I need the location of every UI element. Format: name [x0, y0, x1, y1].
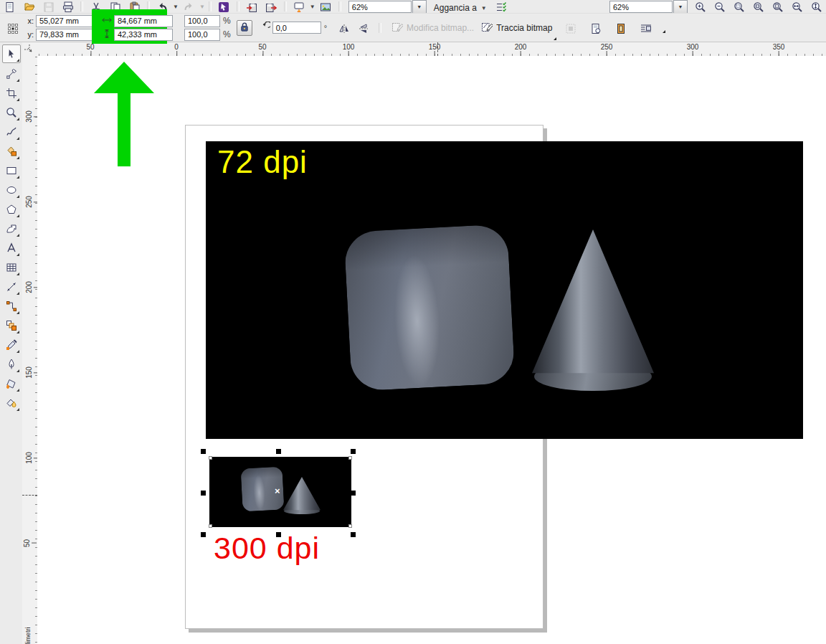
zoom-selected-button[interactable] [729, 0, 749, 13]
outline-pen-tool-icon [6, 359, 17, 370]
shape-tool[interactable] [3, 65, 20, 82]
fill-tool[interactable] [3, 375, 20, 392]
export-button[interactable] [262, 0, 281, 13]
polygon-tool[interactable] [3, 201, 20, 218]
corner-node[interactable] [209, 456, 212, 460]
open-icon [24, 1, 35, 13]
object-width-field[interactable]: 84,667 mm [114, 15, 173, 27]
smart-fill-tool[interactable] [3, 143, 20, 160]
application-launcher-dropdown-caret[interactable]: ▼ [310, 4, 315, 10]
lock-ratio-button[interactable] [237, 20, 252, 36]
basic-shapes-tool[interactable] [3, 220, 20, 237]
bitmap-72dpi[interactable]: 72 dpi [206, 141, 803, 439]
ruler-cursor-marker [22, 495, 37, 496]
eyedropper-tool[interactable] [3, 336, 20, 354]
vruler-label: 100 [25, 452, 33, 464]
corner-node[interactable] [348, 524, 352, 528]
x-position-field[interactable]: 55,027 mm [36, 15, 93, 27]
hruler-label: 200 [515, 43, 527, 51]
zoom-levels-value[interactable]: 62% [348, 1, 412, 13]
options-checklist-icon[interactable] [492, 0, 511, 13]
welcome-screen-button[interactable] [316, 0, 336, 13]
zoom-page-button[interactable] [768, 0, 787, 13]
snap-to-dropdown[interactable]: Aggancia a ▼ [434, 3, 488, 13]
object-height-field[interactable]: 42,333 mm [114, 29, 173, 41]
dimension-tool[interactable] [3, 278, 20, 295]
zoom-page-width-button[interactable] [787, 0, 807, 13]
corner-node[interactable] [348, 456, 352, 460]
zoom-toolbar-value[interactable]: 62% [609, 1, 673, 13]
bitmap-resolution-button[interactable] [586, 22, 605, 34]
ruler-origin[interactable] [22, 42, 37, 56]
undo-dropdown-caret[interactable]: ▼ [173, 4, 179, 10]
zoom-page-height-button[interactable] [807, 0, 826, 13]
horizontal-ruler[interactable]: 50050100150200250300350 [37, 42, 826, 57]
blend-tool[interactable] [3, 317, 20, 334]
rectangle-tool[interactable] [3, 162, 20, 179]
position-group: x: 55,027 mm y: 79,833 mm [25, 15, 93, 41]
selection-handle-middle-right[interactable] [351, 491, 356, 496]
open-button[interactable] [19, 0, 39, 13]
vruler-label: 50 [23, 539, 31, 547]
trace-bitmap-label: Traccia bitmap [496, 23, 552, 33]
trace-bitmap-flyout-arrow[interactable] [554, 37, 556, 40]
text-tool[interactable] [3, 240, 20, 257]
trace-bitmap-button[interactable]: Traccia bitmap [481, 20, 552, 36]
bitmap-frame-icon [615, 23, 627, 34]
table-tool-icon [6, 262, 17, 273]
crop-tool-icon [6, 87, 17, 99]
bitmap-300dpi-selected[interactable]: × [209, 457, 351, 527]
zoom-levels-combo[interactable]: 62% ▼ [348, 1, 427, 13]
selection-handle-middle-left[interactable] [201, 491, 206, 496]
wrap-text-flyout-arrow[interactable] [663, 30, 665, 33]
outline-pen-tool[interactable] [3, 356, 20, 373]
zoom-out-button[interactable] [710, 0, 729, 13]
selection-handle-top-right[interactable] [351, 449, 356, 454]
print-button[interactable] [58, 0, 77, 13]
object-origin-icon[interactable] [3, 22, 22, 34]
connector-tool[interactable] [3, 298, 20, 315]
selection-center-marker[interactable]: × [275, 486, 280, 496]
pick-tool[interactable] [2, 44, 21, 63]
search-cursor-button[interactable] [214, 0, 234, 13]
freehand-tool[interactable] [3, 123, 20, 141]
redo-button [179, 0, 199, 13]
interactive-fill-tool[interactable] [3, 394, 20, 412]
y-position-field[interactable]: 79,833 mm [36, 29, 93, 41]
mirror-horizontal-icon[interactable] [334, 22, 353, 34]
selection-handle-top-left[interactable] [201, 449, 206, 454]
height-arrow-icon [102, 29, 114, 40]
zoom-all-objects-icon [753, 1, 764, 13]
scale-h-field[interactable]: 100,0 [184, 15, 220, 27]
zoom-all-objects-button[interactable] [749, 0, 768, 13]
table-tool[interactable] [3, 259, 20, 276]
zoom-tool-icon [6, 107, 17, 118]
vertical-ruler[interactable]: millimetri 30025020015010050 [22, 56, 38, 644]
corner-node[interactable] [209, 524, 212, 528]
connector-tool-icon [6, 300, 17, 312]
percent-label: % [223, 16, 231, 26]
ellipse-tool[interactable] [3, 181, 20, 199]
selection-handle-top-center[interactable] [276, 449, 281, 454]
scale-v-field[interactable]: 100,0 [184, 29, 220, 41]
selection-handle-bottom-left[interactable] [201, 532, 206, 537]
application-launcher-button[interactable] [290, 0, 309, 13]
zoom-in-icon [695, 1, 706, 13]
zoom-tool[interactable] [3, 104, 20, 121]
bitmap-frame-button[interactable] [611, 22, 630, 34]
x-label: x: [25, 16, 34, 25]
hruler-label: 150 [429, 43, 441, 51]
mirror-vertical-icon[interactable] [353, 22, 373, 34]
new-document-button[interactable] [0, 0, 19, 13]
chevron-down-icon[interactable]: ▼ [673, 0, 688, 14]
zoom-toolbar-combo[interactable]: 62% ▼ [609, 1, 688, 13]
zoom-in-button[interactable] [690, 0, 710, 13]
crop-tool[interactable] [3, 85, 20, 102]
chevron-down-icon[interactable]: ▼ [412, 0, 427, 14]
import-button[interactable] [242, 0, 262, 13]
wrap-text-button[interactable] [636, 22, 655, 34]
width-arrow-icon [102, 15, 114, 27]
rotation-group: 0,0 ° [260, 22, 327, 34]
rotation-field[interactable]: 0,0 [272, 22, 321, 34]
selection-handle-bottom-right[interactable] [351, 532, 356, 537]
